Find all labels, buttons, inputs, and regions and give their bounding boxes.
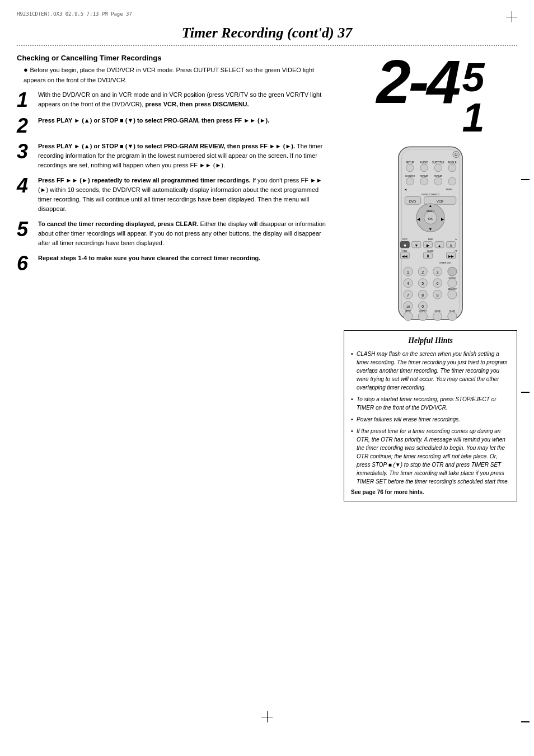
svg-text:ANGLE: ANGLE — [448, 161, 456, 164]
svg-text:REW: REW — [402, 250, 407, 252]
step-5-number: 5 — [17, 219, 32, 240]
svg-text:PLAY: PLAY — [428, 238, 433, 241]
hints-box: Helpful Hints CLASH may flash on the scr… — [344, 330, 517, 501]
svg-text:8: 8 — [421, 293, 424, 297]
svg-text:▲: ▲ — [429, 204, 433, 208]
svg-text:9: 9 — [437, 293, 439, 297]
side-number-1: 1 — [462, 97, 484, 138]
svg-text:VCR: VCR — [437, 200, 443, 203]
hint-item-3: Power failures will erase timer recordin… — [351, 415, 510, 424]
svg-text:▲: ▲ — [438, 244, 441, 247]
svg-point-18 — [448, 177, 456, 185]
step-badge-group: 2-4 5 1 — [376, 54, 484, 138]
step-1: 1 With the DVD/VCR on and in VCR mode an… — [17, 90, 334, 110]
svg-text:◀◀: ◀◀ — [402, 255, 407, 258]
step-3: 3 Press PLAY ► (▲) or STOP ■ (▼) to sele… — [17, 142, 334, 170]
svg-text:⏻: ⏻ — [455, 153, 458, 156]
svg-text:DVD: DVD — [409, 200, 416, 203]
svg-point-79 — [448, 290, 457, 299]
svg-text:▼: ▼ — [429, 227, 433, 231]
hints-list: CLASH may flash on the screen when you f… — [351, 350, 510, 486]
svg-text:SUBTITLE: SUBTITLE — [432, 161, 444, 164]
hints-see-more: See page 76 for more hints. — [351, 489, 510, 495]
main-layout: Checking or Cancelling Timer Recordings … — [17, 54, 517, 501]
svg-text:OUTPUT DIRECT: OUTPUT DIRECT — [421, 193, 440, 196]
step-3-number: 3 — [17, 142, 32, 162]
step-2-number: 2 — [17, 116, 32, 136]
svg-text:REPEAT: REPEAT — [420, 175, 428, 177]
svg-text:OK: OK — [428, 217, 433, 220]
svg-point-88 — [404, 312, 413, 321]
svg-text:6: 6 — [437, 281, 439, 285]
step-5-content: To cancel the timer recording displayed,… — [38, 219, 334, 248]
svg-text:▶|: ▶| — [405, 188, 407, 191]
margin-mark-3 — [521, 721, 530, 722]
right-column: 2-4 5 1 ⏻ SETUP AUDIO SUBTITLE ANGL — [344, 54, 517, 501]
svg-text:2: 2 — [421, 270, 424, 274]
step-4-content: Press FF ►► (►) repeatedly to review all… — [38, 176, 334, 214]
step-2-content: Press PLAY ► (▲) or STOP ■ (▼) to select… — [38, 116, 334, 125]
svg-text:⏸: ⏸ — [426, 254, 430, 258]
svg-text:SETUP: SETUP — [406, 161, 414, 164]
large-number: 2-4 — [376, 54, 458, 109]
header-bar: H9231CD(EN).QX3 02.9.5 7:13 PM Page 37 — [17, 11, 517, 22]
dotted-separator — [17, 45, 517, 46]
step-6: 6 Repeat steps 1-4 to make sure you have… — [17, 253, 334, 274]
svg-point-63 — [448, 267, 457, 276]
crosshair-bottom-center — [261, 711, 273, 722]
svg-text:10: 10 — [406, 305, 410, 308]
svg-text:4: 4 — [407, 281, 409, 285]
step-6-content: Repeat steps 1-4 to make sure you have c… — [38, 253, 334, 263]
svg-point-8 — [406, 164, 414, 172]
svg-text:5: 5 — [421, 281, 424, 285]
svg-text:▶▶: ▶▶ — [448, 255, 454, 258]
page-info: H9231CD(EN).QX3 02.9.5 7:13 PM Page 37 — [17, 11, 132, 17]
svg-point-71 — [448, 279, 457, 288]
step-3-content: Press PLAY ► (▲) or STOP ■ (▼) to select… — [38, 142, 334, 170]
remote-control-image: ⏻ SETUP AUDIO SUBTITLE ANGLE COUNTER REP… — [383, 145, 478, 325]
step-4: 4 Press FF ►► (►) repeatedly to review a… — [17, 176, 334, 214]
svg-point-90 — [433, 312, 442, 321]
step-1-content: With the DVD/VCR on and in VCR mode and … — [38, 90, 334, 109]
svg-text:FF: FF — [455, 250, 457, 252]
page-title: Timer Recording (cont'd) 37 — [17, 25, 517, 41]
step-5: 5 To cancel the timer recording displaye… — [17, 219, 334, 248]
hint-item-1: CLASH may flash on the screen when you f… — [351, 350, 510, 392]
svg-point-91 — [448, 312, 457, 321]
svg-text:1: 1 — [407, 270, 409, 274]
hint-item-2: To stop a started timer recording, press… — [351, 395, 510, 412]
svg-point-15 — [406, 177, 414, 185]
svg-point-11 — [448, 164, 456, 172]
step-6-number: 6 — [17, 253, 32, 274]
svg-text:▼: ▼ — [414, 243, 418, 247]
step-1-number: 1 — [17, 90, 32, 110]
svg-point-10 — [434, 164, 442, 172]
svg-text:REPEAT: REPEAT — [434, 175, 443, 177]
svg-text:AUDIO: AUDIO — [420, 161, 428, 164]
page-container: H9231CD(EN).QX3 02.9.5 7:13 PM Page 37 T… — [0, 0, 534, 756]
svg-text:PAUSE: PAUSE — [427, 250, 434, 252]
svg-text:STOP: STOP — [402, 238, 408, 241]
svg-text:SURR: SURR — [446, 188, 452, 191]
side-numbers: 5 1 — [462, 57, 484, 138]
margin-mark-1 — [521, 179, 530, 180]
step-2: 2 Press PLAY ► (▲) or STOP ■ (▼) to sele… — [17, 116, 334, 136]
section-heading: Checking or Cancelling Timer Recordings — [17, 54, 334, 62]
svg-text:■: ■ — [404, 243, 406, 247]
svg-text:0: 0 — [421, 304, 424, 308]
svg-text:MENU: MENU — [427, 210, 434, 213]
svg-text:COUNTER: COUNTER — [405, 175, 415, 177]
svg-point-17 — [434, 177, 442, 185]
svg-text:3: 3 — [437, 270, 439, 274]
svg-point-9 — [420, 164, 428, 172]
step-4-number: 4 — [17, 176, 32, 196]
hints-title: Helpful Hints — [351, 336, 510, 345]
section-intro: Before you begin, place the DVD/VCR in V… — [24, 64, 334, 84]
svg-point-89 — [418, 312, 427, 321]
svg-text:TIMER GO!: TIMER GO! — [439, 261, 451, 264]
crosshair-top-right — [506, 11, 517, 22]
svg-point-16 — [420, 177, 428, 185]
side-number-5: 5 — [462, 57, 484, 97]
left-column: Checking or Cancelling Timer Recordings … — [17, 54, 334, 501]
margin-mark-2 — [521, 392, 530, 393]
